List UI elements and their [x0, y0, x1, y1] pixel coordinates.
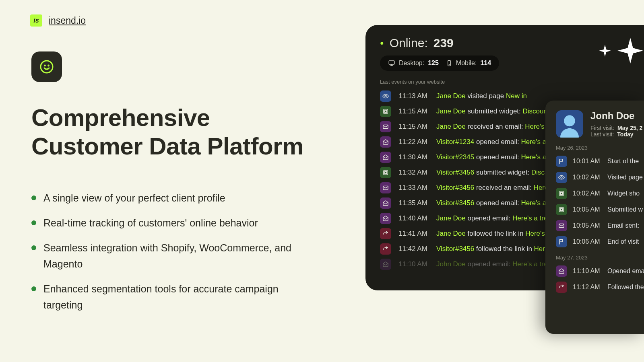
profile-name: Jonh Doe [590, 110, 642, 121]
mail-icon [556, 220, 567, 231]
event-time: 11:33 AM [398, 184, 429, 192]
brand-logo: is [30, 14, 42, 27]
bullet-text: Seamless integration with Shopify, WooCo… [43, 240, 313, 272]
svg-rect-15 [559, 191, 564, 196]
event-time: 10:02 AM [573, 190, 602, 197]
avatar-silhouette-icon [558, 113, 581, 138]
svg-rect-8 [384, 110, 386, 112]
event-text: Widget sho [607, 190, 640, 197]
event-text: Visitor#3456 submitted widget: Disc [436, 169, 545, 177]
event-time: 11:32 AM [398, 169, 429, 177]
device-breakdown-pill: Desktop: 125 Mobile: 114 [380, 56, 499, 71]
timeline-event-row[interactable]: 10:02 AM Visited page [556, 172, 644, 183]
eye-icon [380, 90, 391, 102]
event-time: 11:10 AM [398, 260, 429, 268]
mobile-icon [446, 60, 452, 67]
event-text: Jane Doe submitted widget: Discount [436, 107, 549, 115]
event-time: 11:40 AM [398, 214, 429, 222]
first-visit-value: May 25, 2 [617, 125, 642, 131]
visitor-profile-panel: Jonh Doe First visit: May 25, 2 Last vis… [545, 101, 644, 334]
mailopen-icon [380, 259, 391, 270]
feature-bullet: Seamless integration with Shopify, WooCo… [31, 240, 313, 272]
mailopen-icon [380, 152, 391, 163]
event-text: Opened ema [607, 267, 644, 275]
brand-link[interactable]: insend.io [49, 15, 86, 26]
event-text: John Doe opened email: Here's a tre [436, 260, 547, 268]
desktop-icon [388, 60, 395, 67]
feature-bullets: A single view of your perfect client pro… [31, 190, 313, 322]
event-time: 11:22 AM [398, 138, 429, 146]
event-time: 11:42 AM [398, 245, 429, 253]
mobile-count: 114 [480, 60, 491, 67]
svg-rect-7 [384, 109, 388, 114]
timeline-day-events: 10:01 AM Start of the 10:02 AM Visited p… [556, 156, 644, 247]
flag-icon [556, 236, 567, 247]
svg-rect-18 [560, 208, 562, 210]
sparkle-decor [599, 38, 643, 64]
sparkle-icon [599, 45, 611, 57]
timeline-event-row[interactable]: 11:10 AM Opened ema [556, 265, 644, 277]
svg-rect-3 [389, 61, 394, 64]
redirect-icon [380, 243, 391, 255]
mail-icon [380, 182, 391, 193]
bullet-dot-icon [31, 195, 36, 200]
timeline-event-row[interactable]: 10:02 AM Widget sho [556, 188, 644, 199]
svg-rect-11 [384, 171, 386, 173]
event-text: Email sent: [607, 222, 639, 229]
timeline-event-row[interactable]: 10:01 AM Start of the [556, 156, 644, 167]
timeline-day-label: May 26, 2023 [556, 145, 644, 151]
hero-icon-card [31, 51, 62, 82]
event-text: Followed the [607, 284, 644, 291]
desktop-segment: Desktop: 125 [388, 60, 439, 67]
event-time: 10:05 AM [573, 222, 602, 229]
svg-point-13 [564, 115, 575, 127]
sparkle-icon [617, 38, 643, 64]
event-text: Visitor#2345 opened email: Here's a [436, 153, 546, 161]
event-time: 11:30 AM [398, 153, 429, 161]
event-time: 10:06 AM [573, 238, 602, 245]
event-text: Visitor#3456 followed the link in Her [436, 245, 545, 253]
event-text: Jane Doe followed the link in Here's a [436, 230, 551, 238]
event-text: Visitor#3456 received an email: Here [436, 184, 548, 192]
svg-point-0 [41, 61, 53, 73]
redirect-icon [556, 282, 567, 293]
event-text: Jane Doe received an email: Here's a [436, 123, 550, 131]
event-text: Visitor#1234 opened email: Here's a [436, 138, 546, 146]
event-time: 11:12 AM [573, 284, 602, 291]
event-time: 11:13 AM [398, 92, 429, 100]
bullet-text: Enhanced segmentation tools for accurate… [43, 281, 313, 313]
bullet-dot-icon [31, 245, 36, 250]
timeline-event-row[interactable]: 11:12 AM Followed the [556, 282, 644, 293]
timeline-event-row[interactable]: 10:05 AM Submitted w [556, 204, 644, 215]
widget-icon [380, 167, 391, 178]
svg-rect-16 [560, 192, 562, 194]
last-visit-label: Last visit: [590, 131, 614, 138]
event-text: Submitted w [607, 206, 643, 213]
timeline-event-row[interactable]: 10:05 AM Email sent: [556, 220, 644, 231]
smile-icon [39, 60, 54, 74]
svg-rect-17 [559, 208, 564, 212]
mail-icon [380, 121, 391, 132]
hero-title: Comprehensive Customer Data Platform [31, 104, 303, 161]
event-text: Jane Doe visited page New in [436, 92, 527, 100]
event-text: Start of the [607, 158, 639, 165]
feature-bullet: A single view of your perfect client pro… [31, 190, 313, 206]
svg-point-5 [449, 64, 449, 65]
event-text: Visitor#3456 opened email: Here's a [436, 199, 546, 207]
redirect-icon [380, 228, 391, 239]
bullet-text: Real-time tracking of customers' online … [43, 215, 258, 231]
timeline-event-row[interactable]: 10:06 AM End of visit [556, 236, 644, 247]
event-row[interactable]: 11:13 AM Jane Doe visited page New in [380, 90, 644, 102]
svg-point-2 [48, 65, 49, 66]
event-time: 11:41 AM [398, 230, 429, 238]
mobile-segment: Mobile: 114 [446, 60, 491, 67]
profile-timeline: May 26, 2023 10:01 AM Start of the 10:02… [556, 145, 644, 293]
widget-icon [380, 106, 391, 117]
profile-header: Jonh Doe First visit: May 25, 2 Last vis… [556, 110, 644, 138]
mailopen-icon [380, 197, 391, 209]
event-time: 11:35 AM [398, 199, 429, 207]
svg-point-6 [385, 95, 386, 97]
last-visit-value: Today [617, 131, 633, 138]
online-label: Online: [390, 36, 428, 50]
hero-title-line: Customer Data Platform [31, 133, 303, 160]
